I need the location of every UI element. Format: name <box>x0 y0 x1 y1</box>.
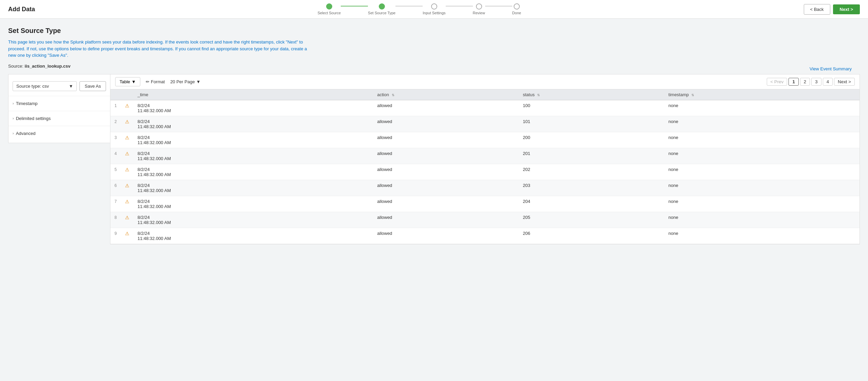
row-warn-7: ⚠ <box>121 196 134 212</box>
back-button[interactable]: < Back <box>804 4 830 15</box>
table-toolbar: Table ▼ ✏ Format 20 Per Page ▼ < Prev 1 … <box>110 74 860 89</box>
row-warn-6: ⚠ <box>121 180 134 196</box>
chevron-icon-timestamp: › <box>13 101 14 105</box>
chevron-icon-advanced: › <box>13 131 14 135</box>
save-as-button[interactable]: Save As <box>79 81 106 91</box>
main-content: Set Source Type This page lets you see h… <box>0 19 868 244</box>
format-icon: ✏ <box>146 79 149 84</box>
left-panel: Source type: csv ▼ Save As › Timestamp ›… <box>8 74 110 143</box>
top-bar: Add Data Select Source Set Source Type I… <box>0 0 868 19</box>
table-pagination: < Prev 1 2 3 4 Next > <box>767 78 855 86</box>
col-header-time: _time <box>134 89 373 100</box>
row-action-2: allowed <box>373 116 519 132</box>
step-done: Done <box>512 3 521 15</box>
row-num-9: 9 <box>110 228 121 244</box>
panel-section-advanced[interactable]: › Advanced <box>8 128 110 139</box>
table-row: 4 ⚠ 8/2/24 11:48:32.000 AM allowed 201 n… <box>110 148 860 164</box>
row-status-6: 203 <box>519 180 665 196</box>
warning-icon: ⚠ <box>125 119 129 124</box>
wizard-steps: Select Source Set Source Type Input Sett… <box>43 3 795 15</box>
row-num-7: 7 <box>110 196 121 212</box>
warning-icon: ⚠ <box>125 183 129 188</box>
row-action-6: allowed <box>373 180 519 196</box>
row-status-4: 201 <box>519 148 665 164</box>
view-event-summary-link[interactable]: View Event Summary <box>810 66 852 71</box>
format-button[interactable]: ✏ Format <box>146 79 165 84</box>
row-time-7: 8/2/24 11:48:32.000 AM <box>134 196 373 212</box>
table-button[interactable]: Table ▼ <box>115 77 140 86</box>
per-page-arrow: ▼ <box>196 79 200 84</box>
section-label-advanced: Advanced <box>16 131 36 136</box>
row-timestamp-1: none <box>665 100 860 116</box>
table-row: 8 ⚠ 8/2/24 11:48:32.000 AM allowed 205 n… <box>110 212 860 228</box>
section-label-delimited: Delimited settings <box>16 116 51 121</box>
row-action-5: allowed <box>373 164 519 180</box>
row-status-1: 100 <box>519 100 665 116</box>
row-num-8: 8 <box>110 212 121 228</box>
source-info: Source: iis_action_lookup.csv <box>8 64 71 69</box>
col-header-action[interactable]: action ⇅ <box>373 89 519 100</box>
col-header-timestamp[interactable]: timestamp ⇅ <box>665 89 860 100</box>
page-2-button[interactable]: 2 <box>800 78 810 86</box>
table-row: 1 ⚠ 8/2/24 11:48:32.000 AM allowed 100 n… <box>110 100 860 116</box>
row-timestamp-8: none <box>665 212 860 228</box>
row-warn-2: ⚠ <box>121 116 134 132</box>
row-num-4: 4 <box>110 148 121 164</box>
row-time-8: 8/2/24 11:48:32.000 AM <box>134 212 373 228</box>
row-warn-9: ⚠ <box>121 228 134 244</box>
table-row: 9 ⚠ 8/2/24 11:48:32.000 AM allowed 206 n… <box>110 228 860 244</box>
row-num-6: 6 <box>110 180 121 196</box>
step-line-2 <box>395 6 423 6</box>
page-3-button[interactable]: 3 <box>811 78 821 86</box>
warning-icon: ⚠ <box>125 135 129 140</box>
prev-page-button[interactable]: < Prev <box>767 78 787 86</box>
next-button[interactable]: Next > <box>833 4 860 14</box>
step-circle-3 <box>431 3 437 10</box>
table-row: 3 ⚠ 8/2/24 11:48:32.000 AM allowed 200 n… <box>110 132 860 148</box>
warning-icon: ⚠ <box>125 167 129 172</box>
col-header-warn <box>121 89 134 100</box>
table-row: 6 ⚠ 8/2/24 11:48:32.000 AM allowed 203 n… <box>110 180 860 196</box>
chevron-icon-delimited: › <box>13 116 14 120</box>
row-timestamp-3: none <box>665 132 860 148</box>
row-time-5: 8/2/24 11:48:32.000 AM <box>134 164 373 180</box>
dropdown-arrow: ▼ <box>69 84 73 89</box>
panel-section-delimited[interactable]: › Delimited settings <box>8 113 110 124</box>
panel-divider-3 <box>8 126 110 126</box>
row-num-3: 3 <box>110 132 121 148</box>
row-status-5: 202 <box>519 164 665 180</box>
source-type-dropdown[interactable]: Source type: csv ▼ <box>13 81 77 91</box>
row-action-8: allowed <box>373 212 519 228</box>
row-warn-5: ⚠ <box>121 164 134 180</box>
row-status-2: 101 <box>519 116 665 132</box>
step-circle-2 <box>379 3 385 10</box>
row-time-4: 8/2/24 11:48:32.000 AM <box>134 148 373 164</box>
top-nav-buttons: < Back Next > <box>804 4 860 15</box>
per-page-button[interactable]: 20 Per Page ▼ <box>170 79 200 84</box>
source-row: Source: iis_action_lookup.csv View Event… <box>8 64 860 74</box>
row-num-1: 1 <box>110 100 121 116</box>
panel-section-timestamp[interactable]: › Timestamp <box>8 98 110 109</box>
format-label: Format <box>151 79 165 84</box>
step-circle-5 <box>514 3 520 10</box>
step-line-3 <box>446 6 473 6</box>
wizard-step-container: Select Source Set Source Type Input Sett… <box>318 3 521 15</box>
page-1-button[interactable]: 1 <box>789 78 798 86</box>
section-label-timestamp: Timestamp <box>16 101 38 106</box>
page-description: This page lets you see how the Splunk pl… <box>8 39 314 59</box>
row-timestamp-4: none <box>665 148 860 164</box>
row-warn-1: ⚠ <box>121 100 134 116</box>
row-warn-8: ⚠ <box>121 212 134 228</box>
row-timestamp-2: none <box>665 116 860 132</box>
step-circle-1 <box>326 3 332 10</box>
row-status-7: 204 <box>519 196 665 212</box>
warning-icon: ⚠ <box>125 103 129 108</box>
col-header-status[interactable]: status ⇅ <box>519 89 665 100</box>
per-page-label: 20 Per Page <box>170 79 195 84</box>
step-label-2: Set Source Type <box>368 11 395 15</box>
table-header-row: _time action ⇅ status ⇅ timestamp ⇅ <box>110 89 860 100</box>
page-4-button[interactable]: 4 <box>823 78 833 86</box>
source-type-label: Source type: csv <box>16 84 49 89</box>
row-action-9: allowed <box>373 228 519 244</box>
next-page-button[interactable]: Next > <box>834 78 855 86</box>
